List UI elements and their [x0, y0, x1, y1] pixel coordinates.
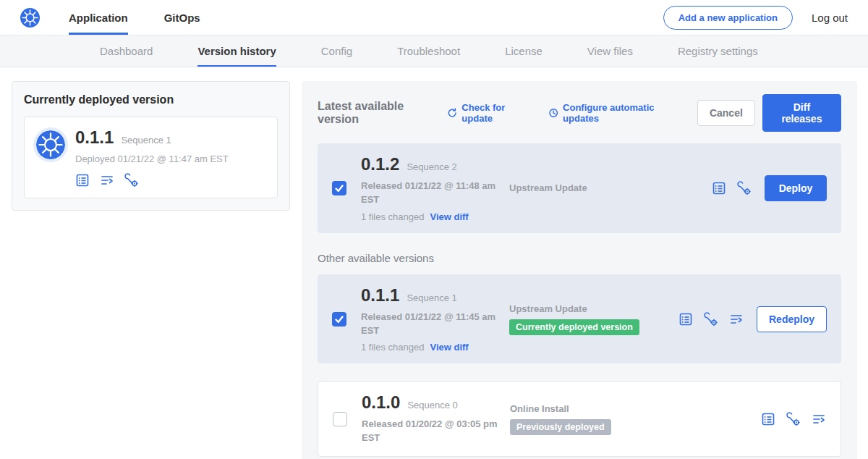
subnav-item-license[interactable]: License — [505, 35, 542, 67]
released-timestamp: Released 01/21/22 @ 11:45 am EST — [361, 311, 503, 338]
other-versions-title: Other available versions — [318, 252, 841, 264]
view-diff-link[interactable]: View diff — [430, 342, 468, 353]
version-row-0-1-2: 0.1.2 Sequence 2 Released 01/21/22 @ 11:… — [318, 143, 841, 233]
app-subnav: Dashboard Version history Config Trouble… — [0, 35, 868, 67]
configure-automatic-updates-link[interactable]: Configure automatic updates — [548, 102, 680, 124]
logout-button[interactable]: Log out — [812, 12, 848, 24]
deployed-timestamp: Deployed 01/21/22 @ 11:47 am EST — [75, 153, 229, 164]
files-changed-label: 1 files changed — [361, 211, 424, 222]
view-diff-link[interactable]: View diff — [430, 211, 468, 222]
checkmark-icon — [333, 182, 345, 194]
version-number: 0.1.2 — [361, 154, 399, 174]
release-notes-icon[interactable] — [75, 173, 90, 188]
deploy-button[interactable]: Deploy — [765, 175, 827, 201]
version-row-0-1-0: 0.1.0 Sequence 0 Released 01/20/22 @ 03:… — [318, 381, 841, 457]
previously-deployed-badge: Previously deployed — [510, 419, 611, 435]
release-notes-icon[interactable] — [761, 412, 775, 426]
version-checkbox[interactable] — [333, 412, 347, 426]
version-history-panel: Latest available version Check for updat… — [302, 81, 857, 459]
config-icon[interactable] — [124, 173, 139, 188]
currently-deployed-title: Currently deployed version — [24, 93, 278, 106]
navbar-spacer — [200, 0, 663, 35]
subnav-item-config[interactable]: Config — [321, 35, 352, 67]
deployed-actions — [75, 173, 229, 188]
latest-version-header: Latest available version Check for updat… — [318, 94, 841, 132]
currently-deployed-badge: Currently deployed version — [509, 319, 639, 335]
version-checkbox[interactable] — [332, 181, 346, 195]
cancel-button[interactable]: Cancel — [697, 100, 755, 126]
source-label: Online Install — [510, 403, 569, 414]
version-actions — [761, 412, 826, 426]
version-details: 0.1.2 Sequence 2 Released 01/21/22 @ 11:… — [361, 154, 509, 222]
kubernetes-logo-icon — [20, 8, 40, 28]
diff-releases-button[interactable]: Diff releases — [762, 94, 841, 132]
latest-version-title: Latest available version — [318, 100, 435, 126]
config-icon[interactable] — [704, 312, 718, 327]
release-notes-icon[interactable] — [712, 181, 726, 195]
subnav-item-version-history[interactable]: Version history — [197, 35, 276, 67]
deployed-sequence-label: Sequence 1 — [121, 135, 171, 146]
logs-icon[interactable] — [100, 173, 114, 188]
subnav-item-registry-settings[interactable]: Registry settings — [678, 35, 758, 67]
sequence-label: Sequence 0 — [407, 400, 457, 410]
version-checkbox[interactable] — [332, 312, 346, 327]
rows-gap — [318, 363, 841, 381]
deployed-version-info: 0.1.1 Sequence 1 Deployed 01/21/22 @ 11:… — [75, 127, 229, 188]
released-timestamp: Released 01/21/22 @ 11:48 am EST — [361, 180, 503, 207]
version-details: 0.1.1 Sequence 1 Released 01/21/22 @ 11:… — [361, 285, 509, 353]
deployed-version-number: 0.1.1 — [75, 127, 114, 148]
checkmark-icon — [333, 313, 345, 325]
config-icon[interactable] — [737, 181, 752, 195]
sequence-label: Sequence 2 — [407, 161, 456, 172]
subnav-item-dashboard[interactable]: Dashboard — [100, 35, 153, 67]
source-label: Upstream Update — [509, 303, 587, 314]
navbar-tabs: Application GitOps — [69, 0, 200, 35]
config-icon[interactable] — [786, 412, 801, 426]
tab-gitops[interactable]: GitOps — [164, 0, 200, 35]
check-for-update-label: Check for update — [461, 102, 530, 124]
version-number: 0.1.0 — [362, 392, 400, 413]
main-content: Currently deployed version 0.1.1 Sequenc… — [0, 67, 868, 459]
kubernetes-app-icon — [36, 130, 65, 159]
redeploy-button[interactable]: Redeploy — [757, 306, 827, 332]
version-source: Upstream Update Currently deployed versi… — [509, 303, 665, 335]
version-number: 0.1.1 — [361, 285, 399, 306]
logs-icon[interactable] — [812, 412, 826, 426]
configure-updates-label: Configure automatic updates — [563, 102, 680, 124]
subnav-item-view-files[interactable]: View files — [587, 35, 633, 67]
clock-icon — [548, 107, 558, 119]
version-details: 0.1.0 Sequence 0 Released 01/20/22 @ 03:… — [362, 392, 510, 445]
top-navbar: Application GitOps Add a new application… — [0, 0, 868, 35]
check-for-update-link[interactable]: Check for update — [447, 102, 531, 124]
source-label: Upstream Update — [509, 182, 587, 193]
logs-icon[interactable] — [729, 312, 744, 327]
released-timestamp: Released 01/20/22 @ 03:05 pm EST — [362, 418, 503, 445]
version-source: Upstream Update — [509, 182, 665, 193]
currently-deployed-card: Currently deployed version 0.1.1 Sequenc… — [12, 81, 290, 211]
version-row-0-1-1: 0.1.1 Sequence 1 Released 01/21/22 @ 11:… — [318, 274, 841, 364]
version-actions — [712, 181, 752, 195]
subnav-item-troubleshoot[interactable]: Troubleshoot — [397, 35, 460, 67]
version-source: Online Install Previously deployed — [510, 403, 665, 435]
refresh-icon — [447, 107, 457, 119]
release-notes-icon[interactable] — [678, 312, 693, 327]
deployed-version-card: 0.1.1 Sequence 1 Deployed 01/21/22 @ 11:… — [24, 117, 278, 198]
version-actions — [678, 312, 744, 327]
files-changed-label: 1 files changed — [361, 342, 424, 353]
tab-application[interactable]: Application — [69, 0, 128, 35]
sequence-label: Sequence 1 — [407, 292, 456, 303]
add-application-button[interactable]: Add a new application — [663, 6, 793, 30]
